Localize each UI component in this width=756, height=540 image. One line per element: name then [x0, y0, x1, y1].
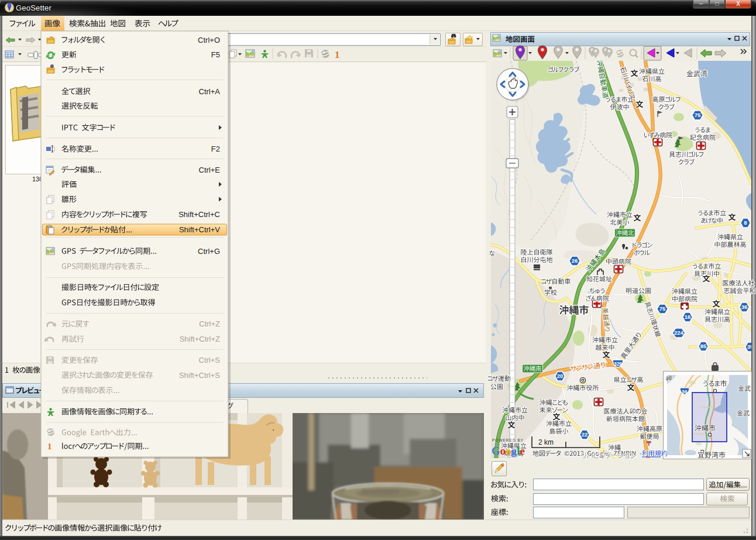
svg-text:2 km: 2 km: [538, 438, 554, 446]
svg-text:22: 22: [582, 431, 588, 438]
svg-text:POWERED BY: POWERED BY: [492, 438, 524, 442]
svg-text:75: 75: [695, 112, 701, 118]
svg-text:Ctrl+O: Ctrl+O: [198, 36, 220, 44]
svg-text:Shift+Ctrl+V: Shift+Ctrl+V: [179, 225, 220, 234]
svg-text:329: 329: [614, 361, 622, 367]
svg-text:36: 36: [741, 304, 748, 310]
svg-text:F2: F2: [211, 145, 220, 153]
svg-text:16: 16: [685, 314, 691, 320]
svg-text:224: 224: [674, 329, 684, 336]
svg-text:Ctrl+E: Ctrl+E: [199, 166, 221, 174]
svg-text:8: 8: [744, 219, 747, 226]
svg-text:26: 26: [572, 257, 578, 264]
svg-text:Ctrl+Z: Ctrl+Z: [199, 319, 220, 328]
svg-text:1: 1: [335, 49, 340, 60]
svg-text:〒: 〒: [647, 440, 653, 447]
svg-text:Google: Google: [492, 445, 525, 457]
svg-text:Ctrl+A: Ctrl+A: [199, 87, 221, 96]
svg-text:58: 58: [682, 389, 688, 394]
svg-text:85: 85: [700, 343, 707, 349]
svg-text:75: 75: [659, 305, 666, 312]
svg-text:35: 35: [747, 343, 754, 350]
svg-text:Shift+Ctrl+Z: Shift+Ctrl+Z: [180, 335, 220, 343]
svg-text:1: 1: [47, 442, 52, 451]
svg-text:Ctrl+G: Ctrl+G: [198, 247, 220, 256]
svg-text:20: 20: [557, 373, 563, 379]
svg-text:Shift+Ctrl+S: Shift+Ctrl+S: [179, 371, 220, 380]
svg-text:F5: F5: [211, 50, 220, 59]
svg-text:Shift+Ctrl+C: Shift+Ctrl+C: [178, 210, 220, 219]
svg-text:Ctrl+S: Ctrl+S: [199, 356, 221, 364]
